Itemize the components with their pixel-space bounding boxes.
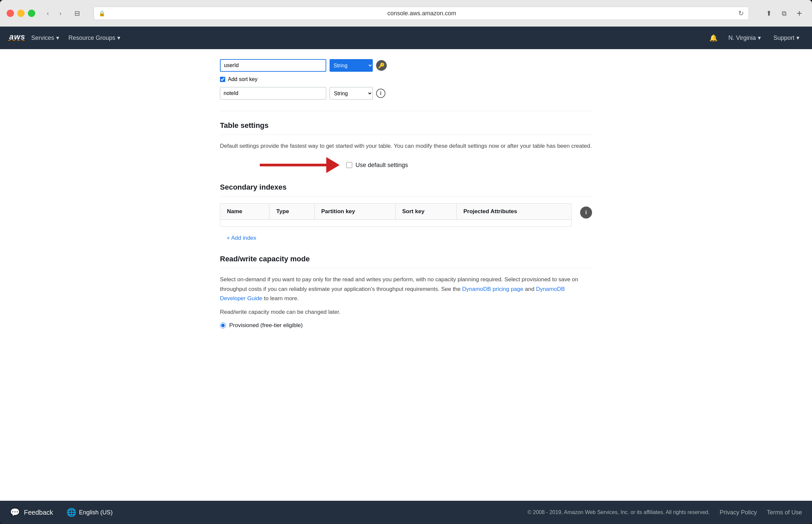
rw-capacity-desc: Select on-demand if you want to pay only… — [220, 275, 592, 304]
indexes-table: Name Type Partition key Sort key Project… — [220, 203, 571, 227]
feedback-section[interactable]: 💬 Feedback — [10, 508, 53, 517]
secondary-indexes-info-icon[interactable]: i — [580, 207, 592, 218]
region-selector[interactable]: N. Virginia ▾ — [723, 34, 765, 42]
aws-logo-smile: ▔▔▔▔ — [8, 40, 27, 44]
indexes-empty-row — [220, 220, 571, 227]
arrow-head — [326, 157, 339, 173]
nav-buttons: ‹ › — [43, 8, 66, 19]
copyright-text: © 2008 - 2019, Amazon Web Services, Inc.… — [528, 509, 710, 515]
rw-capacity-title: Read/write capacity mode — [220, 255, 592, 263]
footer-links: Privacy Policy Terms of Use — [720, 509, 802, 516]
partition-key-icon: 🔑 — [376, 60, 387, 71]
language-selector[interactable]: 🌐 English (US) — [66, 508, 113, 517]
resource-groups-nav-item[interactable]: Resource Groups ▾ — [64, 34, 125, 42]
sort-key-row: String Number Binary i — [220, 87, 592, 100]
secondary-indexes-title: Secondary indexes — [220, 183, 592, 192]
maximize-button[interactable] — [28, 10, 35, 17]
indexes-table-container: Name Type Partition key Sort key Project… — [220, 203, 571, 227]
terms-of-use-link[interactable]: Terms of Use — [767, 509, 802, 516]
minimize-button[interactable] — [17, 10, 25, 17]
aws-navbar: aws ▔▔▔▔ Services ▾ Resource Groups ▾ 🔔 … — [0, 27, 812, 49]
table-settings-section: Table settings Default settings provide … — [220, 121, 592, 173]
top-form-section: String Number Binary 🔑 Add sort key Stri… — [220, 59, 592, 111]
lock-icon: 🔒 — [99, 10, 105, 17]
forward-button[interactable]: › — [55, 8, 66, 19]
close-button[interactable] — [7, 10, 14, 17]
page-body: String Number Binary 🔑 Add sort key Stri… — [207, 49, 605, 349]
col-header-type: Type — [269, 203, 314, 220]
partition-key-input[interactable] — [220, 59, 326, 72]
support-nav-item[interactable]: Support ▾ — [769, 34, 804, 42]
table-settings-desc: Default settings provide the fastest way… — [220, 142, 592, 150]
language-label: English (US) — [79, 509, 113, 516]
browser-titlebar: ‹ › ⊟ 🔒 console.aws.amazon.com ↻ ⬆ ⧉ + — [0, 0, 812, 27]
dynamo-pricing-link[interactable]: DynamoDB pricing page — [462, 286, 523, 292]
main-content: String Number Binary 🔑 Add sort key Stri… — [0, 49, 812, 501]
add-index-link[interactable]: + Add index — [220, 231, 263, 245]
rw-desc-text1: Select on-demand if you want to pay only… — [220, 276, 578, 292]
add-sort-key-label: Add sort key — [228, 76, 257, 82]
sort-key-input[interactable] — [220, 87, 326, 100]
default-settings-row: Use default settings — [260, 157, 592, 173]
new-tab-button[interactable]: ⧉ — [778, 7, 790, 19]
bell-icon[interactable]: 🔔 — [707, 34, 720, 42]
sort-key-type-select[interactable]: String Number Binary — [330, 87, 373, 100]
arrow-body — [260, 164, 326, 166]
rw-capacity-note: Read/write capacity mode can be changed … — [220, 309, 592, 315]
traffic-lights — [7, 10, 35, 17]
sort-key-info-icon[interactable]: i — [376, 89, 385, 98]
table-settings-title: Table settings — [220, 121, 592, 130]
provisioned-radio-row: Provisioned (free-tier eligible) — [220, 322, 592, 329]
footer: 💬 Feedback 🌐 English (US) © 2008 - 2019,… — [0, 501, 812, 524]
feedback-icon: 💬 — [10, 508, 20, 517]
col-header-sort-key: Sort key — [395, 203, 457, 220]
feedback-label: Feedback — [24, 509, 53, 517]
globe-icon: 🌐 — [66, 508, 76, 517]
refresh-button[interactable]: ↻ — [738, 9, 744, 17]
browser-actions: ⬆ ⧉ + — [763, 7, 805, 19]
col-header-projected-attributes: Projected Attributes — [457, 203, 571, 220]
rw-desc-text3: to learn more. — [264, 295, 299, 301]
add-sort-key-row: Add sort key — [220, 76, 592, 82]
partition-key-type-select[interactable]: String Number Binary — [330, 59, 373, 72]
sidebar-toggle-button[interactable]: ⊟ — [71, 7, 83, 19]
nav-right: 🔔 N. Virginia ▾ Support ▾ — [707, 34, 804, 42]
address-bar-url: console.aws.amazon.com — [108, 10, 736, 17]
col-header-name: Name — [220, 203, 269, 220]
provisioned-label: Provisioned (free-tier eligible) — [229, 322, 303, 329]
provisioned-radio[interactable] — [220, 323, 226, 328]
red-arrow — [260, 157, 339, 173]
use-default-settings-label: Use default settings — [355, 162, 408, 169]
col-header-partition-key: Partition key — [314, 203, 395, 220]
share-button[interactable]: ⬆ — [763, 7, 775, 19]
secondary-indexes-section: Secondary indexes Name Type Partition ke… — [220, 183, 592, 245]
add-tab-button[interactable]: + — [793, 7, 805, 19]
back-button[interactable]: ‹ — [43, 8, 53, 19]
address-bar[interactable]: 🔒 console.aws.amazon.com ↻ — [94, 7, 749, 20]
rw-capacity-section: Read/write capacity mode Select on-deman… — [220, 255, 592, 329]
use-default-checkbox-row: Use default settings — [346, 162, 408, 169]
use-default-settings-checkbox[interactable] — [346, 162, 352, 168]
services-nav-item[interactable]: Services ▾ — [27, 34, 64, 42]
privacy-policy-link[interactable]: Privacy Policy — [720, 509, 757, 516]
partition-key-row: String Number Binary 🔑 — [220, 59, 592, 72]
aws-logo[interactable]: aws ▔▔▔▔ — [8, 32, 27, 44]
add-sort-key-checkbox[interactable] — [220, 77, 225, 82]
indexes-table-header-row: Name Type Partition key Sort key Project… — [220, 203, 571, 220]
